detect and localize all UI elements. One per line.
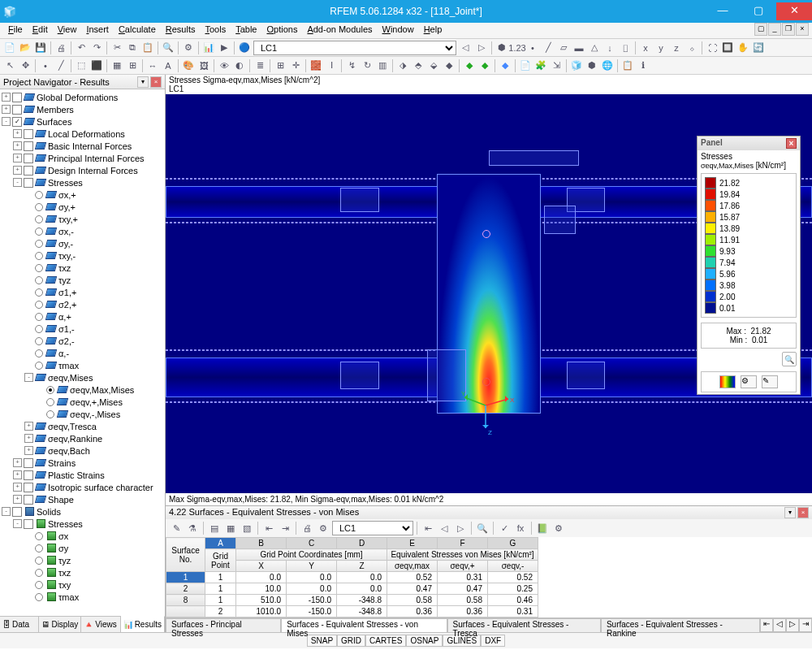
navigator-pin-icon[interactable]: ▾ <box>137 76 149 88</box>
undo-icon[interactable]: ↶ <box>74 41 89 55</box>
tree-node[interactable]: σ2,- <box>2 335 163 347</box>
green1-icon[interactable]: ◆ <box>462 58 477 73</box>
status-cartes[interactable]: CARTES <box>365 635 406 647</box>
dim-icon[interactable]: ↔ <box>145 58 160 73</box>
radio[interactable] <box>35 349 43 358</box>
moment-icon[interactable]: ↻ <box>360 58 374 73</box>
checkbox[interactable] <box>24 141 33 151</box>
tree-node[interactable]: τmax <box>2 591 163 603</box>
menu-window[interactable]: Window <box>378 23 419 38</box>
blue1-icon[interactable]: ◆ <box>498 58 512 73</box>
cube-icon[interactable]: 🧊 <box>569 58 584 73</box>
view-x-icon[interactable]: x <box>638 41 653 55</box>
rotate-icon[interactable]: 🔄 <box>751 41 766 55</box>
radio[interactable] <box>35 313 43 321</box>
checkbox[interactable] <box>24 178 33 188</box>
tree-node[interactable]: -Solids <box>2 505 163 518</box>
radio[interactable] <box>35 191 43 199</box>
tree-node[interactable]: +Design Internal Forces <box>2 164 163 176</box>
radio[interactable] <box>35 325 43 333</box>
tree-node[interactable]: -✓Surfaces <box>2 115 163 128</box>
opt2-icon[interactable]: ⬘ <box>411 58 425 73</box>
radio[interactable] <box>35 203 43 211</box>
radio[interactable] <box>35 252 43 260</box>
results-panel[interactable]: Panel × Stresses σeqv,Max,Mises [kN/cm²]… <box>697 136 801 395</box>
copy-icon[interactable]: ⧉ <box>125 41 140 55</box>
rp-opt-icon[interactable]: ⚙ <box>316 521 330 535</box>
checkbox[interactable] <box>24 166 33 176</box>
tree-node[interactable]: +Isotropic surface character <box>2 481 163 493</box>
tree-node[interactable]: +Members <box>2 103 163 115</box>
navtab-data[interactable]: 🗄Data <box>0 617 39 632</box>
view-z-icon[interactable]: z <box>669 41 684 55</box>
tree-node[interactable]: σx,+ <box>2 188 163 201</box>
tree-node[interactable]: σx <box>2 530 163 542</box>
status-dxf[interactable]: DXF <box>481 635 505 647</box>
checkbox[interactable] <box>24 519 33 529</box>
tree-node[interactable]: σeqv,Max,Mises <box>2 384 163 396</box>
radio[interactable] <box>35 569 43 577</box>
partial-icon[interactable]: ◐ <box>232 58 247 73</box>
menu-view[interactable]: View <box>53 23 82 38</box>
menu-help[interactable]: Help <box>419 23 447 38</box>
expand-icon[interactable]: + <box>13 166 22 175</box>
mdi-close[interactable]: × <box>796 23 809 36</box>
mdi-minimize[interactable]: _ <box>768 23 781 36</box>
expand-icon[interactable]: - <box>2 507 11 516</box>
zoom-all-icon[interactable]: ⛶ <box>705 41 719 55</box>
tree-node[interactable]: α,+ <box>2 310 163 323</box>
loadcase-combo[interactable]: LC1 <box>253 41 456 55</box>
tree-node[interactable]: +Shape <box>2 493 163 505</box>
menu-tools[interactable]: Tools <box>200 23 231 38</box>
tree-node[interactable]: τxy,- <box>2 249 163 262</box>
tree-node[interactable]: +Basic Internal Forces <box>2 140 163 152</box>
expand-icon[interactable]: + <box>13 470 22 479</box>
surf-btn-icon[interactable]: ▱ <box>556 41 571 55</box>
tree-node[interactable]: -σeqv,Mises <box>2 371 163 384</box>
maximize-button[interactable]: ▢ <box>741 2 776 20</box>
tree-node[interactable]: -Stresses <box>2 176 163 188</box>
support-icon[interactable]: △ <box>587 41 602 55</box>
opt3-icon[interactable]: ⬙ <box>426 58 441 73</box>
checkbox[interactable] <box>24 483 33 492</box>
new-icon[interactable]: 📄 <box>2 41 17 55</box>
radio[interactable] <box>35 362 43 370</box>
tree-node[interactable]: +σeqv,Bach <box>2 444 163 457</box>
tree-node[interactable]: σy,+ <box>2 201 163 213</box>
radio[interactable] <box>35 581 43 589</box>
tree-node[interactable]: τxz <box>2 262 163 274</box>
menu-insert[interactable]: Insert <box>81 23 114 38</box>
expand-icon[interactable]: + <box>13 483 22 492</box>
select-icon[interactable]: ↖ <box>2 58 17 73</box>
tree-node[interactable]: σy,- <box>2 237 163 249</box>
modules-icon[interactable]: 🧩 <box>533 58 548 73</box>
expand-icon[interactable]: + <box>2 105 11 114</box>
report-icon[interactable]: 📄 <box>518 58 533 73</box>
tab-scroll-icon[interactable]: ⇥ <box>799 618 812 632</box>
radio[interactable] <box>35 557 43 565</box>
radio[interactable] <box>35 544 43 552</box>
values-icon[interactable]: 1.23 <box>510 41 525 55</box>
open-icon[interactable]: 📂 <box>18 41 32 55</box>
panel-close-icon[interactable]: × <box>786 138 797 149</box>
lc-prev-icon[interactable]: ◁ <box>458 41 473 55</box>
refine-icon[interactable]: ⊞ <box>125 58 140 73</box>
mat-icon[interactable]: 🧱 <box>309 58 323 73</box>
rp-go2-icon[interactable]: ⇥ <box>278 521 292 535</box>
show-results-icon[interactable]: 📊 <box>201 41 216 55</box>
tree-node[interactable]: +σeqv,Tresca <box>2 420 163 432</box>
rp-next-icon[interactable]: ▷ <box>453 521 468 535</box>
expand-icon[interactable]: + <box>2 93 11 102</box>
expand-icon[interactable]: - <box>24 373 33 382</box>
cut-icon[interactable]: ✂ <box>110 41 124 55</box>
results-tab[interactable]: Surfaces - Principal Stresses <box>166 618 281 632</box>
menu-results[interactable]: Results <box>161 23 201 38</box>
menu-options[interactable]: Options <box>261 23 302 38</box>
expand-icon[interactable]: - <box>2 117 11 126</box>
radio[interactable] <box>35 276 43 284</box>
checkbox[interactable] <box>24 470 33 480</box>
snap-icon[interactable]: ✛ <box>288 58 303 73</box>
rp-cfg-icon[interactable]: ⚙ <box>551 521 566 535</box>
tab-scroll-icon[interactable]: ◁ <box>773 618 786 632</box>
expand-icon[interactable]: - <box>13 519 22 528</box>
